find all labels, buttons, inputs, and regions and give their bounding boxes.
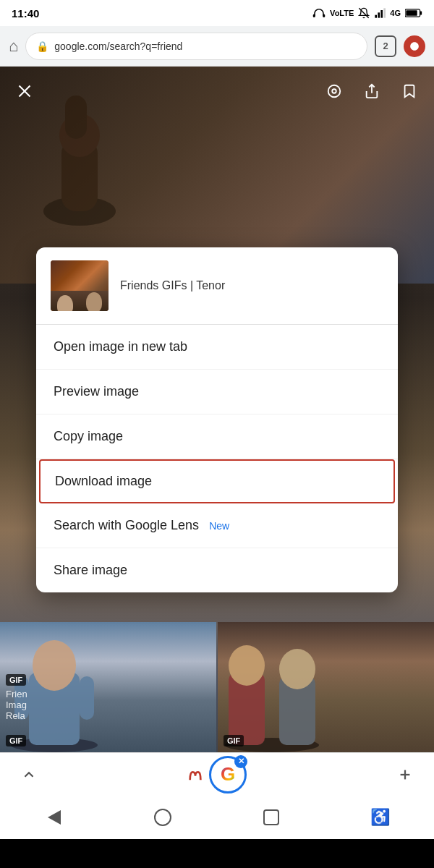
url-text: google.com/search?q=friend bbox=[54, 41, 182, 52]
menu-item-download-image[interactable]: Download image bbox=[39, 459, 395, 503]
menu-item-preview-image[interactable]: Preview image bbox=[36, 370, 398, 414]
menu-item-search-lens-label: Search with Google Lens bbox=[54, 518, 199, 533]
menu-item-search-lens[interactable]: Search with Google Lens New bbox=[36, 503, 398, 548]
context-menu-thumbnail bbox=[51, 260, 109, 311]
svg-rect-8 bbox=[420, 11, 422, 14]
headphones-icon bbox=[312, 7, 326, 19]
status-bar: 11:40 VoLTE 4G bbox=[0, 0, 434, 26]
main-content: Friends GIFs | Tenor Open image in new t… bbox=[0, 67, 434, 839]
context-menu: Friends GIFs | Tenor Open image in new t… bbox=[36, 247, 398, 592]
volte-badge: VoLTE bbox=[330, 9, 354, 17]
svg-rect-23 bbox=[80, 676, 94, 720]
svg-point-16 bbox=[328, 85, 341, 98]
google-close-badge[interactable]: ✕ bbox=[234, 755, 247, 768]
accessibility-button[interactable]: ♿ bbox=[365, 803, 394, 832]
accessibility-icon: ♿ bbox=[370, 808, 390, 827]
context-menu-header: Friends GIFs | Tenor bbox=[36, 247, 398, 325]
bookmark-image-icon[interactable] bbox=[396, 78, 422, 104]
mcdonalds-icon bbox=[187, 767, 203, 783]
google-button[interactable]: G ✕ bbox=[209, 756, 247, 793]
menu-item-open-new-tab-label: Open image in new tab bbox=[54, 339, 187, 354]
battery-icon bbox=[405, 8, 422, 18]
image-label: Imag bbox=[6, 699, 27, 710]
nav-center: G ✕ bbox=[187, 756, 247, 793]
svg-rect-5 bbox=[381, 10, 383, 18]
address-bar[interactable]: 🔒 google.com/search?q=friend bbox=[25, 33, 367, 60]
gif-badge-right: GIF bbox=[224, 735, 244, 746]
back-arrow-icon bbox=[48, 810, 61, 825]
thumb-cell-left[interactable]: GIF bbox=[0, 622, 216, 752]
menu-item-download-image-label: Download image bbox=[55, 474, 152, 489]
menu-item-copy-image[interactable]: Copy image bbox=[36, 414, 398, 459]
bottom-nav: G ✕ bbox=[0, 752, 434, 796]
close-image-button[interactable] bbox=[12, 78, 38, 104]
image-actions bbox=[321, 78, 422, 104]
bell-muted-icon bbox=[358, 7, 370, 19]
image-search-icon[interactable] bbox=[321, 78, 347, 104]
svg-point-26 bbox=[229, 645, 265, 686]
svg-rect-4 bbox=[378, 12, 380, 17]
signal-icon bbox=[374, 7, 386, 19]
thumbnail-grid: GIF GIF bbox=[0, 622, 434, 752]
menu-item-preview-image-label: Preview image bbox=[54, 384, 139, 399]
tab-count[interactable]: 2 bbox=[375, 35, 396, 57]
new-tab-button[interactable] bbox=[391, 760, 420, 789]
back-button[interactable] bbox=[40, 803, 69, 832]
side-info-panel: GIF Frien Imag Rela bbox=[6, 674, 27, 721]
menu-item-share-image[interactable]: Share image bbox=[36, 548, 398, 592]
svg-rect-1 bbox=[323, 14, 325, 18]
svg-rect-0 bbox=[313, 14, 315, 18]
menu-item-open-new-tab[interactable]: Open image in new tab bbox=[36, 325, 398, 370]
lock-icon: 🔒 bbox=[36, 41, 48, 52]
expand-button[interactable] bbox=[14, 760, 43, 789]
home-button[interactable] bbox=[148, 803, 177, 832]
browser-bar: ⌂ 🔒 google.com/search?q=friend 2 bbox=[0, 26, 434, 67]
recent-button[interactable] bbox=[257, 803, 286, 832]
site-name: Friends GIFs | Tenor bbox=[120, 279, 225, 292]
menu-item-share-image-label: Share image bbox=[54, 563, 127, 578]
image-controls bbox=[12, 78, 422, 104]
thumb-cell-right[interactable]: GIF bbox=[218, 622, 434, 752]
gif-badge-left: GIF bbox=[6, 735, 26, 746]
network-badge: 4G bbox=[390, 9, 401, 17]
svg-point-28 bbox=[279, 649, 315, 689]
home-circle-icon bbox=[154, 809, 171, 826]
recent-square-icon bbox=[263, 809, 279, 825]
menu-button[interactable] bbox=[404, 35, 425, 57]
share-image-icon[interactable] bbox=[359, 78, 385, 104]
gif-badge: GIF bbox=[6, 674, 26, 686]
svg-point-21 bbox=[33, 640, 76, 691]
svg-point-17 bbox=[332, 89, 336, 93]
svg-rect-3 bbox=[375, 15, 378, 18]
new-badge: New bbox=[209, 520, 229, 532]
home-icon[interactable]: ⌂ bbox=[9, 37, 18, 56]
svg-rect-9 bbox=[406, 10, 417, 16]
related-label: Rela bbox=[6, 710, 27, 721]
google-g-icon: G bbox=[221, 763, 235, 786]
status-icons: VoLTE 4G bbox=[312, 7, 422, 19]
friends-label: Frien bbox=[6, 689, 27, 699]
system-nav: ♿ bbox=[0, 796, 434, 839]
menu-item-copy-image-label: Copy image bbox=[54, 429, 123, 444]
status-time: 11:40 bbox=[12, 7, 39, 20]
svg-rect-6 bbox=[384, 8, 386, 17]
